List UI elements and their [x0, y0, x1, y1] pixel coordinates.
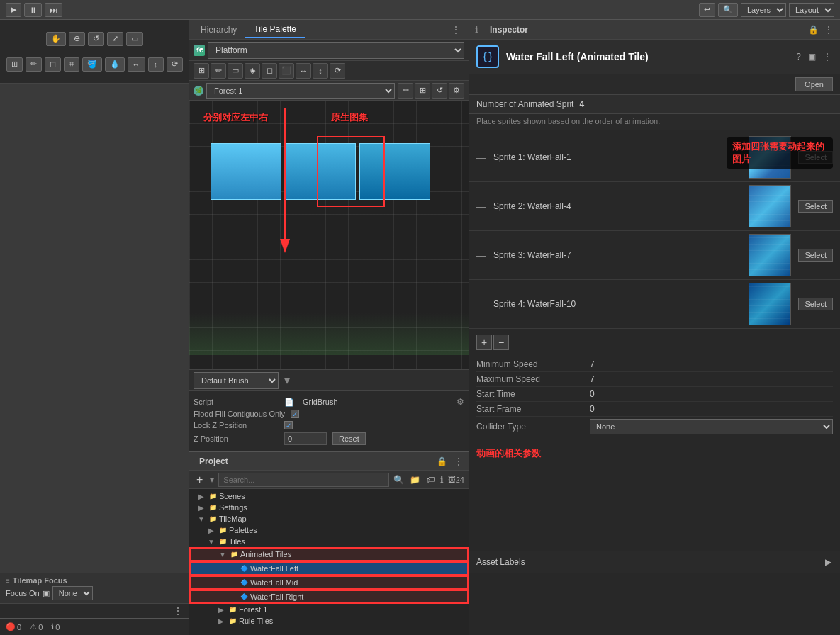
inspector-tab-bar: ℹ Inspector 🔒 ⋮ — [469, 20, 840, 40]
forest-select[interactable]: Forest 1 — [206, 83, 395, 99]
rotate-90-tool[interactable]: ⟳ — [167, 57, 183, 72]
annotation-left: 分别对应左中右 — [203, 111, 268, 124]
platform-dropdown[interactable]: Platform — [208, 42, 464, 59]
component-more-icon[interactable]: ⋮ — [822, 50, 833, 63]
flood-fill-checkbox[interactable]: ✓ — [291, 410, 299, 418]
lock-z-checkbox[interactable]: ✓ — [284, 421, 293, 429]
project-add-btn[interactable]: + — [194, 473, 206, 486]
rect-tool[interactable]: ▭ — [126, 32, 143, 46]
main-container: ✋ ⊕ ↺ ⤢ ▭ ⊞ ✏ ◻ ⌗ 🪣 💧 ↔ ↕ ⟳ — [0, 20, 840, 635]
tab-hierarchy[interactable]: Hierarchy — [192, 22, 245, 38]
forest-settings[interactable]: ⚙ — [449, 83, 464, 99]
project-lock-icon[interactable]: 🔒 — [435, 455, 449, 468]
palette-erase-tool[interactable]: ◻ — [262, 63, 277, 79]
z-position-row: Z Position Reset — [194, 431, 464, 446]
script-settings-icon[interactable]: ⚙ — [457, 397, 464, 407]
tab-dots[interactable]: ⋮ — [446, 25, 466, 35]
tree-item-palettes[interactable]: ▶ 📁 Palettes — [189, 524, 469, 536]
tilemap-select-tool[interactable]: ⊞ — [194, 63, 209, 79]
tree-item-animated-tiles[interactable]: ▼ 📁 Animated Tiles — [189, 547, 469, 561]
flip-h-tool[interactable]: ↔ — [128, 57, 145, 72]
bucket-tool[interactable]: 🪣 — [82, 57, 102, 72]
flip-v-tool[interactable]: ↕ — [148, 57, 164, 72]
middle-tab-bar: Hierarchy Tile Palette ⋮ — [189, 20, 469, 40]
step-button[interactable]: ⏭ — [45, 3, 62, 17]
tree-item-forest1[interactable]: ▶ 📁 Forest 1 — [189, 604, 469, 615]
forest-refresh[interactable]: ↺ — [432, 83, 447, 99]
tile-grid[interactable]: 分别对应左中右 原生图集 — [189, 101, 469, 369]
z-position-input[interactable] — [284, 432, 327, 445]
tree-item-settings[interactable]: ▶ 📁 Settings — [189, 502, 469, 513]
error-count: 🔴 0 — [6, 622, 21, 631]
palette-flip-v[interactable]: ↕ — [313, 63, 328, 79]
sprite3-label: Sprite 3: WaterFall-7 — [493, 250, 741, 260]
forest-tools: ✏ ⊞ ↺ ⚙ — [398, 83, 464, 99]
tree-item-waterfall-left[interactable]: ▶ 🔷 WaterFall Left — [189, 561, 469, 575]
project-folder-icon[interactable]: 📁 — [408, 473, 422, 486]
project-add-arrow: ▾ — [210, 475, 214, 485]
tree-item-rule-tiles[interactable]: ▶ 📁 Rule Tiles — [189, 615, 469, 626]
tree-item-tilemap[interactable]: ▼ 📁 TileMap — [189, 513, 469, 524]
inspector-dots[interactable]: ⋮ — [823, 23, 834, 36]
annotation-params-container: 动画的相关参数 — [469, 442, 840, 466]
tab-inspector[interactable]: Inspector — [484, 23, 534, 36]
select-rect-tool[interactable]: ⌗ — [64, 57, 79, 72]
palette-rotate[interactable]: ⟳ — [330, 63, 345, 79]
palettes-folder-icon: 📁 — [218, 525, 228, 535]
eraser-tool[interactable]: ◻ — [45, 57, 61, 72]
sprite2-thumb — [749, 185, 791, 227]
component-help-icon[interactable]: ? — [795, 50, 802, 63]
inspector-body: Number of Animated Sprit 4 Place sprites… — [469, 95, 840, 635]
project-tag-icon[interactable]: 🏷 — [425, 473, 436, 486]
project-info-icon[interactable]: ℹ — [439, 473, 445, 486]
reset-button[interactable]: Reset — [332, 432, 366, 445]
tilemap-tool[interactable]: ⊞ — [6, 57, 23, 72]
scale-tool[interactable]: ⤢ — [107, 32, 123, 46]
rotate-tool[interactable]: ↺ — [88, 32, 104, 46]
sprite4-select-btn[interactable]: Select — [798, 298, 833, 310]
layout-select[interactable]: Layout — [789, 3, 834, 17]
add-sprite-btn[interactable]: + — [476, 335, 492, 350]
brush-select[interactable]: Default Brush — [194, 372, 279, 389]
scene-toolbar: ✋ ⊕ ↺ ⤢ ▭ — [43, 29, 146, 49]
project-search-icon[interactable]: 🔍 — [392, 473, 405, 486]
open-button[interactable]: Open — [795, 77, 833, 91]
forest-pencil[interactable]: ✏ — [398, 83, 413, 99]
project-dots[interactable]: ⋮ — [453, 455, 464, 468]
palette-pencil-tool[interactable]: ✏ — [211, 63, 226, 79]
eyedropper-tool[interactable]: 💧 — [105, 57, 125, 72]
remove-sprite-btn[interactable]: − — [493, 335, 509, 350]
play-button[interactable]: ▶ — [6, 3, 21, 17]
move-tool[interactable]: ⊕ — [69, 32, 85, 46]
sprite3-select-btn[interactable]: Select — [798, 249, 833, 262]
palette-pick-tool[interactable]: ◈ — [245, 63, 260, 79]
tile-palette-area: 🗺 Platform ⊞ ✏ ▭ ◈ ◻ ⬛ ↔ ↕ ⟳ 🌿 — [189, 40, 469, 451]
forest-grid[interactable]: ⊞ — [415, 83, 430, 99]
playback-controls: ▶ ⏸ ⏭ — [6, 3, 62, 17]
inspector-props: Minimum Speed 7 Maximum Speed 7 Start Ti… — [469, 353, 840, 442]
component-preset-icon[interactable]: ▣ — [807, 50, 817, 63]
sprite2-select-btn[interactable]: Select — [798, 200, 833, 213]
project-tab[interactable]: Project — [194, 455, 234, 468]
scene-view[interactable] — [0, 84, 189, 573]
palette-fill-tool[interactable]: ⬛ — [279, 63, 294, 79]
pencil-tool[interactable]: ✏ — [26, 57, 42, 72]
project-search-input[interactable] — [218, 473, 388, 487]
inspector-lock-icon[interactable]: 🔒 — [807, 23, 820, 36]
palette-flip-h[interactable]: ↔ — [296, 63, 311, 79]
layers-select[interactable]: Layers — [741, 3, 786, 17]
tree-item-waterfall-mid[interactable]: ▶ 🔷 WaterFall Mid — [189, 575, 469, 590]
tree-item-tiles[interactable]: ▼ 📁 Tiles — [189, 536, 469, 547]
palette-rect-tool[interactable]: ▭ — [228, 63, 243, 79]
left-panel-dots[interactable]: ⋮ — [173, 605, 183, 617]
undo-button[interactable]: ↩ — [699, 3, 715, 17]
collider-type-dropdown[interactable]: None — [590, 419, 833, 434]
hand-tool[interactable]: ✋ — [46, 32, 66, 46]
tree-item-waterfall-right[interactable]: ▶ 🔷 WaterFall Right — [189, 590, 469, 604]
focus-dropdown[interactable]: None — [52, 586, 93, 600]
pause-button[interactable]: ⏸ — [24, 3, 42, 17]
search-button[interactable]: 🔍 — [718, 3, 738, 17]
tree-item-scenes[interactable]: ▶ 📁 Scenes — [189, 490, 469, 502]
asset-labels-expand-icon[interactable]: ▶ — [824, 556, 833, 568]
tab-tile-palette[interactable]: Tile Palette — [245, 21, 305, 38]
